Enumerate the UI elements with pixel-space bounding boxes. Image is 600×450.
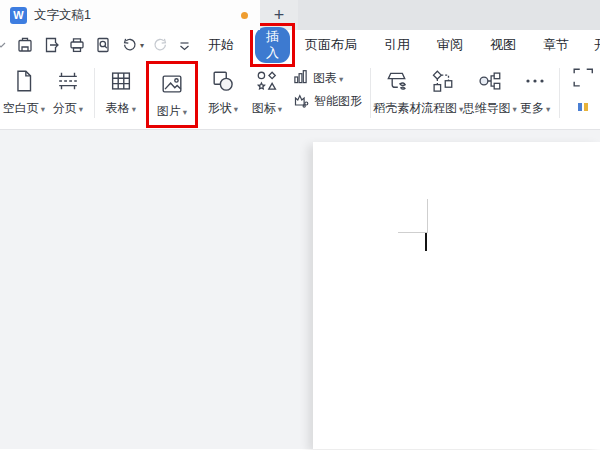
clipped-label-fragment <box>578 103 588 111</box>
dropdown-arrow-icon: ▾ <box>278 104 282 114</box>
ribbon-item-chart[interactable]: 图表▾ <box>293 70 362 87</box>
ribbon-separator <box>559 68 560 118</box>
save-button[interactable] <box>15 34 35 56</box>
unsaved-indicator-dot <box>241 12 248 19</box>
mindmap-icon <box>477 65 503 97</box>
margin-corner-mark-horizontal <box>398 232 427 233</box>
menu-review[interactable]: 审阅 <box>437 36 463 54</box>
ribbon-item-page-break[interactable]: 分页▾ <box>46 60 90 117</box>
ribbon-separator <box>94 68 95 118</box>
print-button[interactable] <box>67 34 87 56</box>
ribbon-item-smart-graphic[interactable]: 智能图形 <box>293 93 362 110</box>
print-preview-button[interactable] <box>93 34 113 56</box>
menu-insert-active[interactable]: 插入 <box>255 27 290 63</box>
clipped-chevron-icon <box>0 34 9 56</box>
ribbon-item-more[interactable]: 更多▾ <box>515 60 555 117</box>
ribbon-item-clipped[interactable] <box>566 60 600 111</box>
shapes-icon <box>210 65 236 97</box>
undo-dropdown-arrow-icon[interactable]: ▾ <box>140 41 144 50</box>
menu-page-layout[interactable]: 页面布局 <box>305 36 357 54</box>
redo-button-disabled <box>151 34 171 56</box>
insert-ribbon: 空白页▾ 分页▾ 表格▾ <box>0 60 600 130</box>
flowchart-icon <box>429 65 455 97</box>
annotation-box-picture: 图片▾ <box>146 61 198 128</box>
quick-access-group: ▾ <box>0 34 192 56</box>
ribbon-item-table[interactable]: 表格▾ <box>99 60 143 117</box>
undo-button[interactable]: ▾ <box>119 34 145 56</box>
customize-toolbar-button[interactable] <box>177 34 192 56</box>
picture-icon <box>159 68 185 100</box>
docer-material-icon <box>384 65 411 97</box>
page-break-icon <box>55 65 81 97</box>
dropdown-arrow-icon: ▾ <box>79 104 83 114</box>
menu-home[interactable]: 开始 <box>208 36 234 54</box>
dropdown-arrow-icon: ▾ <box>339 74 343 84</box>
blank-page-icon <box>11 65 37 97</box>
menu-references[interactable]: 引用 <box>384 36 410 54</box>
ribbon-chart-smartart-group: 图表▾ 智能图形 <box>293 60 362 116</box>
ribbon-item-picture[interactable]: 图片▾ <box>152 66 192 120</box>
dropdown-arrow-icon: ▾ <box>183 107 187 117</box>
table-icon <box>108 65 134 97</box>
ribbon-item-flowchart[interactable]: 流程图▾ <box>420 60 464 117</box>
dropdown-arrow-icon: ▾ <box>546 104 550 114</box>
ribbon-item-icons[interactable]: 图标▾ <box>245 60 289 117</box>
dropdown-arrow-icon: ▾ <box>132 104 136 114</box>
wps-writer-window: W 文字文稿1 + <box>0 0 600 450</box>
tab-title: 文字文稿1 <box>34 7 91 24</box>
ribbon-separator <box>370 68 371 118</box>
document-tab[interactable]: W 文字文稿1 <box>0 0 260 30</box>
smart-graphic-icon <box>293 92 309 112</box>
ribbon-item-mindmap[interactable]: 思维导图▾ <box>464 60 515 117</box>
menu-developer-clipped[interactable]: 开发工 <box>594 36 600 54</box>
scan-frame-icon <box>570 65 596 95</box>
ribbon-item-blank-page[interactable]: 空白页▾ <box>2 60 46 117</box>
ribbon-item-shapes[interactable]: 形状▾ <box>201 60 245 117</box>
export-button[interactable] <box>41 34 61 56</box>
menu-section[interactable]: 章节 <box>543 36 569 54</box>
icon-set-icon <box>254 65 280 97</box>
wps-logo-icon: W <box>10 7 27 24</box>
dropdown-arrow-icon: ▾ <box>41 104 45 114</box>
document-area <box>0 130 600 449</box>
menu-view[interactable]: 视图 <box>490 36 516 54</box>
ribbon-item-docer-material[interactable]: 稻壳素材 <box>375 60 420 117</box>
chart-icon <box>293 69 308 88</box>
more-dots-icon <box>523 65 547 97</box>
text-caret <box>425 233 427 251</box>
quick-toolbar: ▾ 开始 插入 页面布局 引用 审阅 视图 章节 开 <box>0 30 600 60</box>
document-page[interactable] <box>313 142 600 449</box>
margin-corner-mark-vertical <box>427 199 428 233</box>
dropdown-arrow-icon: ▾ <box>234 104 238 114</box>
